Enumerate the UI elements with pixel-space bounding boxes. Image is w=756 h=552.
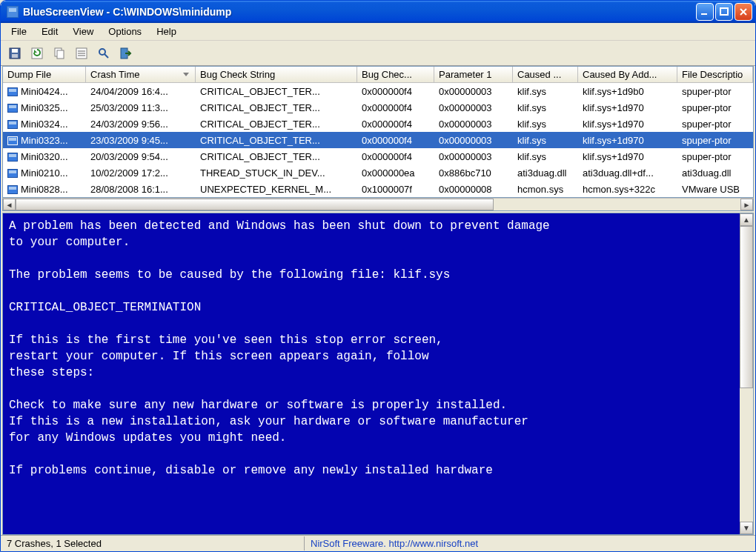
save-icon — [8, 47, 21, 60]
table-row[interactable]: Mini0323...23/03/2009 9:45...CRITICAL_OB… — [3, 132, 753, 148]
table-row[interactable]: Mini0828...28/08/2008 16:1...UNEXPECTED_… — [3, 181, 753, 197]
crash-dump-icon — [7, 169, 18, 178]
cell: Mini0210... — [3, 166, 86, 180]
table-row[interactable]: Mini0324...24/03/2009 9:56...CRITICAL_OB… — [3, 116, 753, 132]
cell: klif.sys — [513, 84, 578, 99]
cell: VMware USB — [677, 182, 753, 196]
cell: 0x886bc710 — [434, 166, 513, 180]
cell: 0x000000f4 — [357, 133, 434, 147]
minimize-button[interactable] — [696, 3, 714, 21]
copy-icon — [53, 47, 66, 60]
vscroll-thumb[interactable] — [740, 226, 753, 388]
toolbar-save[interactable] — [5, 44, 24, 63]
cell: 28/08/2008 16:1... — [86, 182, 196, 196]
hscroll-thumb[interactable] — [16, 199, 494, 210]
toolbar-copy[interactable] — [50, 44, 69, 63]
toolbar-refresh[interactable] — [27, 44, 47, 63]
maximize-button[interactable] — [715, 3, 733, 21]
cell: 0x00000003 — [434, 150, 513, 164]
col-parameter-1[interactable]: Parameter 1 — [434, 67, 513, 82]
app-icon — [7, 6, 19, 18]
scroll-up-button[interactable]: ▲ — [740, 213, 753, 226]
maximize-icon — [720, 7, 729, 16]
col-bug-check-code[interactable]: Bug Chec... — [357, 67, 434, 82]
table-row[interactable]: Mini0320...20/03/2009 9:54...CRITICAL_OB… — [3, 148, 753, 164]
cell: spuper-ptor — [677, 84, 753, 99]
menu-view[interactable]: View — [65, 24, 101, 39]
close-icon — [739, 7, 748, 16]
col-caused-by[interactable]: Caused ... — [513, 67, 578, 82]
properties-icon — [75, 47, 88, 60]
crash-dump-icon — [7, 87, 18, 96]
cell: UNEXPECTED_KERNEL_M... — [196, 182, 357, 196]
toolbar — [1, 41, 755, 66]
cell: klif.sys+1d970 — [578, 101, 677, 115]
cell: hcmon.sys+322c — [578, 182, 677, 196]
cell: klif.sys+1d970 — [578, 150, 677, 164]
column-headers: Dump File Crash Time Bug Check String Bu… — [3, 67, 753, 83]
svg-point-12 — [99, 49, 105, 55]
toolbar-find[interactable] — [94, 44, 113, 63]
scroll-down-button[interactable]: ▼ — [740, 522, 753, 534]
bluescreen-panel: A problem has been detected and Windows … — [2, 213, 754, 535]
cell: 0x00000003 — [434, 84, 513, 99]
scroll-left-button[interactable]: ◄ — [3, 199, 16, 210]
menu-help[interactable]: Help — [149, 24, 184, 39]
table-row[interactable]: Mini0210...10/02/2009 17:2...THREAD_STUC… — [3, 164, 753, 181]
cell: spuper-ptor — [677, 150, 753, 164]
cell: 23/03/2009 9:45... — [86, 133, 196, 147]
table-row[interactable]: Mini0325...25/03/2009 11:3...CRITICAL_OB… — [3, 99, 753, 116]
cell: klif.sys+1d970 — [578, 117, 677, 131]
toolbar-exit[interactable] — [116, 44, 136, 63]
list-body: Mini0424...24/04/2009 16:4...CRITICAL_OB… — [3, 83, 753, 197]
cell: 0x00000008 — [434, 182, 513, 196]
cell: Mini0324... — [3, 117, 86, 131]
hscroll-track[interactable] — [16, 199, 740, 210]
table-row[interactable]: Mini0424...24/04/2009 16:4...CRITICAL_OB… — [3, 83, 753, 99]
col-dump-file[interactable]: Dump File — [3, 67, 86, 82]
cell: CRITICAL_OBJECT_TER... — [196, 133, 357, 147]
list-hscrollbar[interactable]: ◄ ► — [2, 198, 754, 211]
app-window: BlueScreenView - C:\WINDOWS\minidump Fil… — [0, 0, 756, 552]
window-title: BlueScreenView - C:\WINDOWS\minidump — [23, 6, 231, 18]
crash-list: Dump File Crash Time Bug Check String Bu… — [2, 66, 754, 198]
cell: hcmon.sys — [513, 182, 578, 196]
col-bug-check-string[interactable]: Bug Check String — [196, 67, 357, 82]
cell: ati3duag.dll — [677, 166, 753, 180]
cell: 0x000000f4 — [357, 101, 434, 115]
crash-dump-icon — [7, 120, 18, 129]
crash-dump-icon — [7, 185, 18, 194]
vscroll-track[interactable] — [740, 226, 753, 522]
menu-file[interactable]: File — [4, 24, 34, 39]
cell: Mini0320... — [3, 150, 86, 164]
status-right: NirSoft Freeware. http://www.nirsoft.net — [305, 536, 755, 551]
cell: CRITICAL_OBJECT_TER... — [196, 150, 357, 164]
cell: spuper-ptor — [677, 133, 753, 147]
cell: klif.sys — [513, 117, 578, 131]
toolbar-properties[interactable] — [72, 44, 91, 63]
cell: klif.sys — [513, 133, 578, 147]
cell: 0x1000007f — [357, 182, 434, 196]
statusbar: 7 Crashes, 1 Selected NirSoft Freeware. … — [1, 535, 755, 551]
titlebar[interactable]: BlueScreenView - C:\WINDOWS\minidump — [1, 1, 755, 23]
menubar: File Edit View Options Help — [1, 23, 755, 41]
cell: klif.sys+1d970 — [578, 133, 677, 147]
crash-dump-icon — [7, 153, 18, 162]
cell: ati3duag.dll+df... — [578, 166, 677, 180]
col-file-description[interactable]: File Descriptio — [677, 67, 753, 82]
col-caused-by-address[interactable]: Caused By Add... — [578, 67, 677, 82]
bluescreen-vscrollbar[interactable]: ▲ ▼ — [740, 213, 753, 534]
crash-dump-icon — [7, 104, 18, 113]
cell: 25/03/2009 11:3... — [86, 101, 196, 115]
cell: 0x00000003 — [434, 117, 513, 131]
find-icon — [97, 47, 110, 60]
cell: 24/04/2009 16:4... — [86, 84, 196, 99]
cell: Mini0828... — [3, 182, 86, 196]
col-crash-time[interactable]: Crash Time — [86, 67, 196, 82]
menu-options[interactable]: Options — [101, 24, 149, 39]
close-button[interactable] — [735, 3, 752, 21]
menu-edit[interactable]: Edit — [34, 24, 65, 39]
cell: 0x000000f4 — [357, 150, 434, 164]
scroll-right-button[interactable]: ► — [740, 199, 753, 210]
svg-rect-1 — [720, 8, 728, 15]
